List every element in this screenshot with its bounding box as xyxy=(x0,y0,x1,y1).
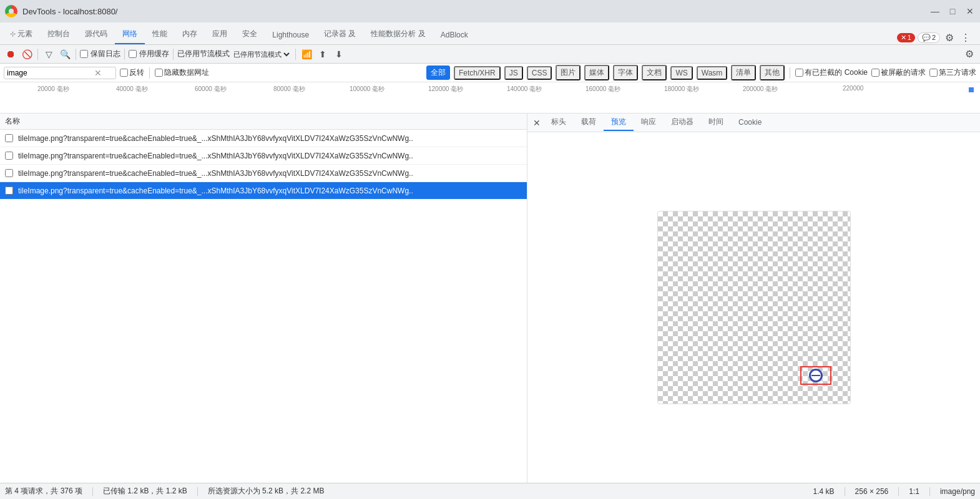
warning-badge[interactable]: 💬 2 xyxy=(918,32,940,43)
settings-icon[interactable]: ⚙ xyxy=(943,31,956,44)
chrome-logo-icon xyxy=(5,5,17,17)
throttle-dropdown[interactable]: 已停用节流模式 xyxy=(231,50,292,59)
hide-data-url-checkbox[interactable]: 隐藏数据网址 xyxy=(155,67,209,78)
devtools-top-tabs: ⊹ 元素 控制台 源代码 网络 性能 内存 应用 安全 Lighthouse 记… xyxy=(0,22,980,45)
network-settings-icon[interactable]: ⚙ xyxy=(963,47,976,61)
devtools-panel: ⊹ 元素 控制台 源代码 网络 性能 内存 应用 安全 Lighthouse 记… xyxy=(0,22,980,499)
filter-icon[interactable]: ▽ xyxy=(42,47,56,61)
row-checkbox-3[interactable] xyxy=(5,169,13,177)
filter-wasm-button[interactable]: Wasm xyxy=(697,66,728,80)
tab-preview[interactable]: 预览 xyxy=(604,114,634,131)
tab-payload[interactable]: 载荷 xyxy=(574,114,604,131)
wifi-icon[interactable]: 📶 xyxy=(300,47,313,61)
file-size-status: 1.4 kB xyxy=(813,487,835,496)
detail-close-button[interactable]: ✕ xyxy=(530,116,544,130)
timeline-label-7: 160000 毫秒 xyxy=(586,85,620,94)
resource-size-status: 所选资源大小为 5.2 kB，共 2.2 MB xyxy=(208,486,325,497)
filter-all-button[interactable]: 全部 xyxy=(426,65,450,80)
preview-area xyxy=(527,132,980,483)
toolbar-divider-4 xyxy=(173,49,174,60)
filter-js-button[interactable]: JS xyxy=(504,66,523,80)
tab-elements[interactable]: ⊹ 元素 xyxy=(2,25,40,44)
tab-network[interactable]: 网络 xyxy=(115,25,145,44)
table-row-selected[interactable]: tileImage.png?transparent=true&cacheEnab… xyxy=(0,182,527,200)
filter-fetch-xhr-button[interactable]: Fetch/XHR xyxy=(454,66,501,80)
tab-recorder[interactable]: 记录器 及 xyxy=(316,25,363,44)
timeline-label-0: 20000 毫秒 xyxy=(37,85,69,94)
tab-security[interactable]: 安全 xyxy=(235,25,265,44)
tab-lighthouse[interactable]: Lighthouse xyxy=(265,27,316,44)
table-row[interactable]: tileImage.png?transparent=true&cacheEnab… xyxy=(0,130,527,147)
error-badge[interactable]: ✕ 1 xyxy=(897,33,915,42)
row-checkbox-1[interactable] xyxy=(5,134,13,142)
tab-sources[interactable]: 源代码 xyxy=(77,25,115,44)
throttle-select-group[interactable]: 已停用节流模式 已停用节流模式 xyxy=(177,49,292,59)
more-tools-icon[interactable]: ⋮ xyxy=(959,31,973,44)
tab-response[interactable]: 响应 xyxy=(634,114,664,131)
timeline-label-1: 40000 毫秒 xyxy=(116,85,148,94)
search-icon[interactable]: 🔍 xyxy=(58,47,72,61)
title-bar: DevTools - localhost:8080/ — □ ✕ xyxy=(0,0,980,22)
status-divider-4 xyxy=(898,487,899,496)
search-clear-button[interactable]: ✕ xyxy=(94,68,102,78)
filter-manifest-button[interactable]: 清单 xyxy=(731,65,756,80)
timeline-label-4: 100000 毫秒 xyxy=(350,85,385,94)
tab-adblock[interactable]: AdBlock xyxy=(433,27,476,44)
window-title: DevTools - localhost:8080/ xyxy=(22,7,925,16)
tab-headers[interactable]: 标头 xyxy=(544,114,574,131)
filter-img-button[interactable]: 图片 xyxy=(556,65,581,80)
row-checkbox-4[interactable] xyxy=(5,187,13,195)
main-content: 名称 tileImage.png?transparent=true&cacheE… xyxy=(0,114,980,483)
toolbar-divider-2 xyxy=(76,49,76,60)
tab-cookie[interactable]: Cookie xyxy=(731,115,769,130)
timeline-label-6: 140000 毫秒 xyxy=(507,85,542,94)
dimensions-status: 256 × 256 xyxy=(855,487,889,496)
name-column-header: 名称 xyxy=(5,116,20,127)
table-row[interactable]: tileImage.png?transparent=true&cacheEnab… xyxy=(0,165,527,182)
row-name-1: tileImage.png?transparent=true&cacheEnab… xyxy=(18,134,522,143)
tab-application[interactable]: 应用 xyxy=(205,25,235,44)
filter-doc-button[interactable]: 文档 xyxy=(642,65,667,80)
close-button[interactable]: ✕ xyxy=(965,6,975,16)
filter-divider-1 xyxy=(149,67,150,79)
invert-filter-checkbox[interactable]: 反转 xyxy=(120,67,144,78)
detail-tabs: ✕ 标头 载荷 预览 响应 启动器 时间 Cookie xyxy=(527,114,980,132)
table-row[interactable]: tileImage.png?transparent=true&cacheEnab… xyxy=(0,147,527,165)
maximize-button[interactable]: □ xyxy=(948,6,958,16)
minimize-button[interactable]: — xyxy=(930,6,940,16)
tab-console[interactable]: 控制台 xyxy=(40,25,77,44)
filter-other-button[interactable]: 其他 xyxy=(760,65,785,80)
tab-memory[interactable]: 内存 xyxy=(175,25,205,44)
filter-css-button[interactable]: CSS xyxy=(527,66,552,80)
toolbar-divider-5 xyxy=(295,49,296,60)
filter-media-button[interactable]: 媒体 xyxy=(584,65,609,80)
clear-button[interactable]: 🚫 xyxy=(20,47,34,61)
filter-ws-button[interactable]: WS xyxy=(670,66,692,80)
third-party-checkbox[interactable]: 第三方请求 xyxy=(929,67,976,78)
tab-timing[interactable]: 时间 xyxy=(701,114,731,131)
timeline-label-10: 220000 xyxy=(843,85,863,92)
timeline-label-8: 180000 毫秒 xyxy=(664,85,699,94)
tab-perfdata[interactable]: 性能数据分析 及 xyxy=(363,25,433,44)
filter-font-button[interactable]: 字体 xyxy=(613,65,638,80)
status-bar: 第 4 项请求，共 376 项 已传输 1.2 kB，共 1.2 kB 所选资源… xyxy=(0,483,980,499)
timeline-marker xyxy=(969,87,974,92)
network-timeline: 20000 毫秒 40000 毫秒 60000 毫秒 80000 毫秒 1000… xyxy=(0,82,980,114)
row-name-4: tileImage.png?transparent=true&cacheEnab… xyxy=(18,187,522,195)
disable-cache-checkbox[interactable]: 停用缓存 xyxy=(129,49,169,59)
filter-divider-2 xyxy=(790,67,790,79)
status-divider-2 xyxy=(197,487,198,496)
search-input[interactable] xyxy=(7,69,94,77)
tab-performance[interactable]: 性能 xyxy=(145,25,175,44)
row-checkbox-2[interactable] xyxy=(5,152,13,160)
blocked-cookie-checkbox[interactable]: 有已拦截的 Cookie xyxy=(795,67,868,78)
status-divider-3 xyxy=(845,487,845,496)
download-icon[interactable]: ⬇ xyxy=(332,47,346,61)
request-list-panel: 名称 tileImage.png?transparent=true&cacheE… xyxy=(0,114,527,483)
status-divider-5 xyxy=(929,487,930,496)
preserve-log-checkbox[interactable]: 保留日志 xyxy=(80,49,120,59)
record-button[interactable]: ⏺ xyxy=(4,47,17,61)
tab-initiator[interactable]: 启动器 xyxy=(664,114,701,131)
upload-icon[interactable]: ⬆ xyxy=(316,47,330,61)
blocked-req-checkbox[interactable]: 被屏蔽的请求 xyxy=(871,67,926,78)
